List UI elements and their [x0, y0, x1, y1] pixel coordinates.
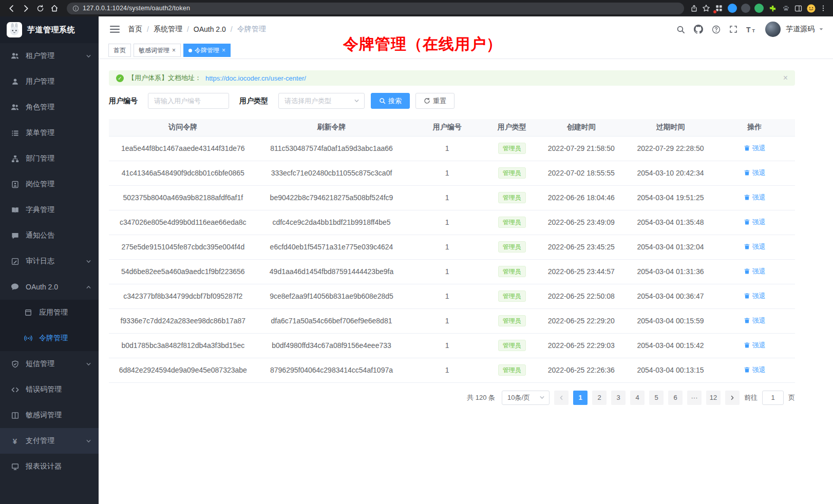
expire-time-cell: 2054-03-04 00:15:42: [627, 333, 714, 358]
caret-down-icon[interactable]: [819, 27, 824, 32]
home-icon[interactable]: [48, 2, 61, 14]
user-avatar[interactable]: [765, 22, 781, 37]
create-time-cell: 2022-07-29 21:58:50: [536, 136, 627, 161]
site-info-icon[interactable]: [72, 5, 79, 12]
page-size-select[interactable]: 10条/页: [502, 391, 550, 405]
force-logout-button[interactable]: 强退: [744, 267, 766, 276]
top-header: 首页/系统管理/OAuth 2.0/令牌管理 TT 芋道源码: [99, 16, 833, 42]
page-button[interactable]: 6: [668, 391, 683, 405]
github-icon[interactable]: [694, 25, 703, 34]
prev-page-button[interactable]: [554, 391, 569, 405]
tab-sensitive-words[interactable]: 敏感词管理×: [134, 44, 181, 57]
extension-grid-icon[interactable]: [714, 4, 724, 13]
search-icon[interactable]: [676, 25, 685, 34]
sidebar-item-menu[interactable]: 菜单管理: [0, 120, 99, 146]
forward-icon[interactable]: [20, 2, 32, 14]
sidebar-item-sms[interactable]: 短信管理: [0, 351, 99, 377]
address-bar[interactable]: 127.0.0.1:1024/system/oauth2/token: [67, 3, 684, 14]
user-id-cell: 1: [406, 210, 488, 235]
search-button-label: 搜索: [388, 96, 402, 106]
breadcrumb-item[interactable]: 系统管理: [154, 25, 182, 34]
dark-extension-icon[interactable]: [741, 4, 750, 13]
sidebar-item-errcode[interactable]: 错误码管理: [0, 377, 99, 402]
sidebar-item-label: 短信管理: [26, 359, 54, 369]
sidebar-item-token[interactable]: 令牌管理: [0, 325, 99, 351]
refresh-token-cell: 49d1aa46d1454fbd87591444423be9fa: [257, 259, 406, 284]
tab-token-mgmt[interactable]: 令牌管理×: [183, 44, 231, 57]
app-logo[interactable]: 芋道管理系统: [0, 16, 99, 43]
force-logout-button[interactable]: 强退: [744, 242, 766, 251]
column-header: 创建时间: [536, 119, 627, 136]
page-button[interactable]: 3: [611, 391, 626, 405]
sidebar-item-app[interactable]: 应用管理: [0, 300, 99, 325]
green-extension-icon[interactable]: [754, 4, 764, 13]
expire-time-cell: 2054-03-04 01:31:36: [627, 259, 714, 284]
close-tab-icon[interactable]: ×: [222, 47, 225, 53]
blue-extension-icon[interactable]: [728, 4, 737, 13]
force-logout-button[interactable]: 强退: [744, 193, 766, 202]
profile-avatar[interactable]: [806, 4, 816, 13]
page-button[interactable]: 2: [592, 391, 607, 405]
sidebar-item-pay[interactable]: ¥支付管理: [0, 428, 99, 454]
page-button[interactable]: 4: [630, 391, 645, 405]
user-type-cell: 管理员: [488, 259, 536, 284]
access-token-cell: 275e5de9151045fe87cbdc395e004f4d: [109, 235, 257, 259]
browser-menu-dots-icon[interactable]: [820, 5, 827, 12]
fullscreen-icon[interactable]: [729, 25, 737, 33]
sidebar-item-oauth2[interactable]: OAuth 2.0: [0, 274, 99, 300]
sidebar-item-dict[interactable]: 字典管理: [0, 197, 99, 223]
doc-link[interactable]: https://doc.iocoder.cn/user-center/: [205, 74, 306, 82]
page-button[interactable]: 12: [706, 391, 721, 405]
force-logout-button[interactable]: 强退: [744, 316, 766, 325]
page-button[interactable]: 1: [573, 391, 588, 405]
page-button[interactable]: 5: [649, 391, 664, 405]
page-more-button[interactable]: ···: [687, 391, 702, 405]
collapse-sidebar-icon[interactable]: [110, 25, 120, 33]
close-tab-icon[interactable]: ×: [172, 47, 176, 53]
force-logout-button[interactable]: 强退: [744, 218, 766, 227]
share-icon[interactable]: [690, 5, 698, 12]
user-id-input[interactable]: [148, 93, 229, 109]
sidebar-item-notice[interactable]: 通知公告: [0, 223, 99, 248]
expire-time-cell: 2054-03-10 20:42:34: [627, 161, 714, 185]
search-button[interactable]: 搜索: [371, 93, 410, 109]
sidebar-item-report[interactable]: 报表设计器: [0, 454, 99, 479]
user-type-select[interactable]: 请选择用户类型: [278, 93, 365, 109]
goto-page-input[interactable]: [762, 391, 784, 405]
reload-icon[interactable]: [34, 2, 46, 14]
sidebar-item-sensitive[interactable]: 敏感词管理: [0, 402, 99, 428]
sidebar-item-dept[interactable]: 部门管理: [0, 146, 99, 171]
force-logout-button[interactable]: 强退: [744, 168, 766, 178]
sidebar-item-post[interactable]: 岗位管理: [0, 171, 99, 197]
force-logout-button[interactable]: 强退: [744, 365, 766, 375]
user-name[interactable]: 芋道源码: [786, 25, 815, 34]
force-logout-button[interactable]: 强退: [744, 341, 766, 350]
access-token-cell: f9336e7c7dd242a283ee98dc86b17a87: [109, 308, 257, 333]
puzzle-extension-icon[interactable]: [768, 4, 777, 13]
force-logout-button[interactable]: 强退: [744, 144, 766, 153]
alert-close-icon[interactable]: ×: [783, 74, 788, 82]
sidebar-item-label: 用户管理: [26, 77, 54, 86]
back-icon[interactable]: [5, 2, 17, 14]
breadcrumb-item[interactable]: OAuth 2.0: [194, 25, 226, 33]
sidebar-item-user[interactable]: 用户管理: [0, 69, 99, 94]
next-page-button[interactable]: [725, 391, 740, 405]
split-view-icon[interactable]: [794, 5, 802, 12]
sidebar-item-label: 通知公告: [26, 231, 54, 240]
force-logout-button[interactable]: 强退: [744, 292, 766, 301]
sidebar-item-role[interactable]: 角色管理: [0, 94, 99, 120]
breadcrumb: 首页/系统管理/OAuth 2.0/令牌管理: [128, 25, 266, 34]
user-id-cell: 1: [406, 358, 488, 382]
bookmark-star-icon[interactable]: [702, 4, 710, 12]
reset-button[interactable]: 重置: [415, 93, 455, 109]
sidebar-item-tenant[interactable]: 租户管理: [0, 43, 99, 69]
help-icon[interactable]: [712, 25, 721, 34]
user-type-cell: 管理员: [488, 308, 536, 333]
filter-bar: 用户编号 用户类型 请选择用户类型 搜索 重置: [109, 93, 795, 109]
page-content: ✓ 【用户体系】文档地址： https://doc.iocoder.cn/use…: [99, 59, 833, 504]
sidebar-item-audit[interactable]: 审计日志: [0, 248, 99, 274]
paw-extension-icon[interactable]: [781, 4, 790, 13]
font-size-icon[interactable]: TT: [746, 26, 756, 33]
breadcrumb-item[interactable]: 首页: [128, 25, 142, 34]
tab-home[interactable]: 首页: [108, 44, 131, 57]
